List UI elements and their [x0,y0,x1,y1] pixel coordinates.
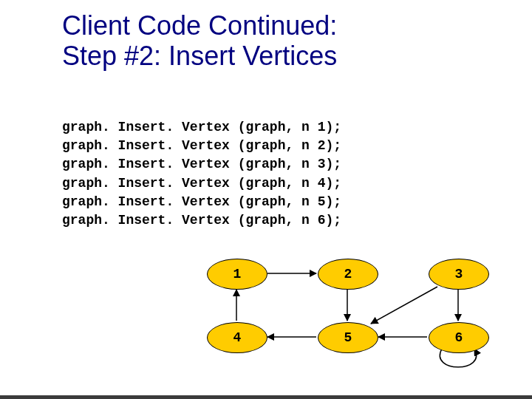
graph-node-6: 6 [429,322,489,353]
code-line: graph. Insert. Vertex (graph, n 2); [62,137,349,155]
code-line: graph. Insert. Vertex (graph, n 1); [62,118,349,137]
code-mid: (graph, [238,174,301,193]
code-arg: n 1); [301,118,349,137]
code-arg: n 2); [301,137,349,155]
code-fn: graph. Insert. Vertex [62,137,238,155]
title-line-1: Client Code Continued: [62,10,337,41]
code-fn: graph. Insert. Vertex [62,211,238,230]
svg-line-3 [371,287,437,324]
code-line: graph. Insert. Vertex (graph, n 4); [62,174,349,193]
graph-node-1: 1 [207,259,267,290]
node-label: 5 [344,330,352,345]
code-mid: (graph, [238,118,301,137]
code-line: graph. Insert. Vertex (graph, n 5); [62,193,349,211]
slide-title: Client Code Continued: Step #2: Insert V… [62,10,337,72]
code-arg: n 3); [301,155,349,174]
code-fn: graph. Insert. Vertex [62,155,238,174]
code-mid: (graph, [238,155,301,174]
graph-node-5: 5 [318,322,378,353]
code-fn: graph. Insert. Vertex [62,174,238,193]
code-arg: n 6); [301,211,349,230]
graph-node-3: 3 [429,259,489,290]
code-line: graph. Insert. Vertex (graph, n 3); [62,155,349,174]
graph-diagram: 1 2 3 4 5 6 [207,259,502,377]
graph-node-2: 2 [318,259,378,290]
node-label: 6 [455,330,463,345]
node-label: 2 [344,267,352,282]
footer-stripe [0,395,532,399]
code-mid: (graph, [238,193,301,211]
code-block: graph. Insert. Vertex (graph, n 1); grap… [62,118,349,230]
node-label: 1 [233,267,242,282]
node-label: 4 [233,330,242,345]
code-mid: (graph, [238,137,301,155]
code-arg: n 4); [301,174,349,193]
graph-node-4: 4 [207,322,267,353]
code-mid: (graph, [238,211,301,230]
code-fn: graph. Insert. Vertex [62,193,238,211]
code-line: graph. Insert. Vertex (graph, n 6); [62,211,349,230]
node-label: 3 [455,267,463,282]
code-fn: graph. Insert. Vertex [62,118,238,137]
code-arg: n 5); [301,193,349,211]
title-line-2: Step #2: Insert Vertices [62,41,337,71]
